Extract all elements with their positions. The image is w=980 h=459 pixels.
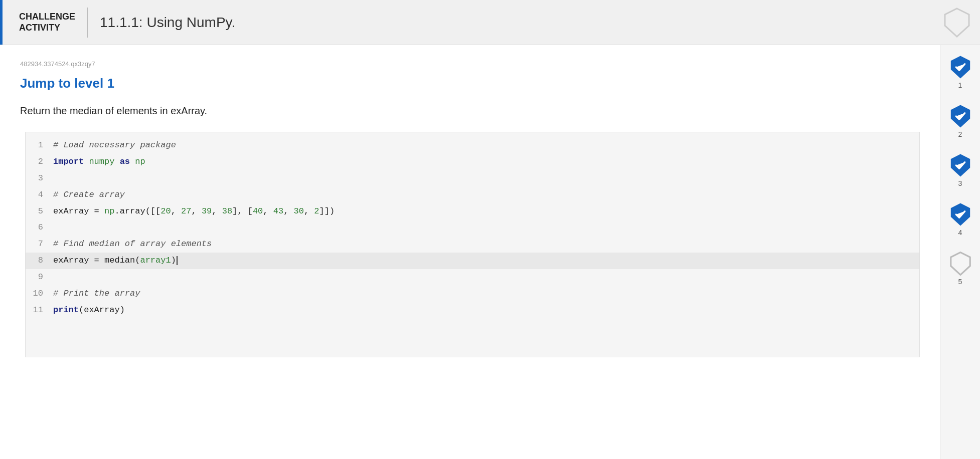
code-line-2: 2 import numpy as np — [26, 154, 919, 170]
header-accent-bar — [0, 0, 3, 45]
code-line-9: 9 — [26, 269, 919, 286]
level-5-badge[interactable] — [950, 252, 971, 276]
header-badge — [944, 8, 970, 38]
level-4-num: 4 — [958, 228, 962, 237]
code-line-3: 3 — [26, 170, 919, 187]
header: CHALLENGE ACTIVITY 11.1.1: Using NumPy. — [0, 0, 980, 45]
jump-to-level[interactable]: Jump to level 1 — [20, 76, 920, 91]
badge-shield-icon — [944, 8, 970, 38]
level-3-badge[interactable] — [950, 153, 971, 177]
activity-description: Return the median of elements in exArray… — [20, 105, 920, 117]
svg-marker-5 — [950, 253, 969, 275]
level-1-num: 1 — [958, 81, 962, 89]
header-title: 11.1.1: Using NumPy. — [100, 15, 235, 31]
level-sidebar: 1 2 3 4 5 — [940, 45, 980, 459]
code-line-12 — [26, 319, 919, 335]
content-area: 482934.3374524.qx3zqy7 Jump to level 1 R… — [0, 45, 940, 459]
code-line-1: 1 # Load necessary package — [26, 137, 919, 154]
code-line-6: 6 — [26, 219, 919, 236]
level-item-5[interactable]: 5 — [950, 252, 971, 286]
code-line-13 — [26, 335, 919, 352]
challenge-activity-label: CHALLENGE ACTIVITY — [19, 12, 75, 33]
code-line-7: 7 # Find median of array elements — [26, 236, 919, 253]
code-line-11: 11 print(exArray) — [26, 302, 919, 319]
level-3-num: 3 — [958, 179, 962, 187]
code-line-8: 8 exArray = median(array1) — [26, 253, 919, 269]
code-editor[interactable]: 1 # Load necessary package 2 import nump… — [25, 132, 920, 357]
level-5-num: 5 — [958, 278, 962, 286]
level-item-4[interactable]: 4 — [950, 202, 971, 237]
level-1-badge[interactable] — [950, 55, 971, 79]
level-2-num: 2 — [958, 130, 962, 138]
main-content: 482934.3374524.qx3zqy7 Jump to level 1 R… — [0, 45, 980, 459]
activity-id: 482934.3374524.qx3zqy7 — [20, 60, 920, 68]
level-item-2[interactable]: 2 — [950, 104, 971, 138]
header-divider — [87, 8, 88, 38]
level-2-badge[interactable] — [950, 104, 971, 128]
svg-marker-0 — [945, 9, 969, 37]
level-item-3[interactable]: 3 — [950, 153, 971, 187]
code-line-10: 10 # Print the array — [26, 286, 919, 302]
level-item-1[interactable]: 1 — [950, 55, 971, 89]
code-line-5: 5 exArray = np.array([[20, 27, 39, 38], … — [26, 203, 919, 220]
level-4-badge[interactable] — [950, 202, 971, 226]
code-line-4: 4 # Create array — [26, 187, 919, 203]
